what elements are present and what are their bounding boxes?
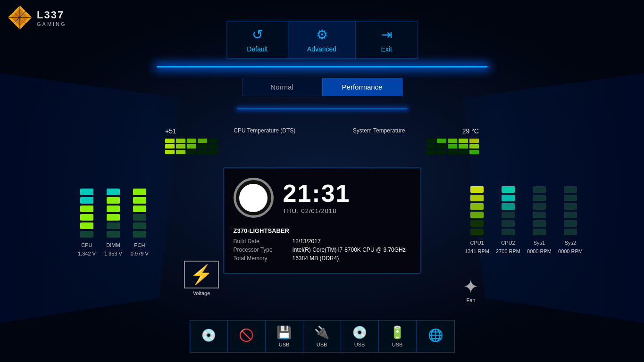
usb1-icon: 💾 [276,325,292,340]
bottom-hdd-button[interactable]: 💿 [190,321,228,352]
usb4-icon: 🔋 [390,325,405,340]
memory-val: 16384 MB (DDR4) [293,255,339,262]
bottom-usb1-button[interactable]: 💾 USB [266,321,303,352]
voltage-section-label: Voltage [184,290,219,296]
cpu1-fan-rpm: 1341 RPM [465,248,489,254]
clock-section: 21:31 THU. 02/01/2018 [234,178,411,218]
processor-key: Processor Type [234,247,288,253]
bottom-network-button[interactable]: 🌐 [417,321,454,352]
cpu-temp-value: +51 [165,127,176,135]
exit-icon: ⇥ [381,27,392,42]
cpu-bar-label: CPU [81,242,92,248]
voltage-bolt-icon: ⚡ [184,261,219,288]
bottom-usb2-button[interactable]: 🔌 USB [303,321,341,352]
usb3-label: USB [354,342,365,347]
fan-section: ✦ Fan [463,276,479,303]
top-navigation: ↺ Default ⚙ Advanced ⇥ Exit [226,21,418,59]
bottom-usb3-button[interactable]: 💿 USB [341,321,379,352]
hdd-icon: 💿 [201,328,216,343]
memory-key: Total Memory [234,255,288,262]
cpu1-fan-label: CPU1 [470,240,484,246]
sys1-fan-bar: Sys1 0000 RPM [527,186,552,254]
usb2-label: USB [317,342,327,347]
dimm-bar-label: DIMM [106,242,120,248]
network-icon: 🌐 [428,328,443,343]
sys1-fan-label: Sys1 [534,240,545,246]
exit-label: Exit [381,45,392,53]
pch-bar-label: PCH [134,242,145,248]
processor-val: Intel(R) Core(TM) i7-8700K CPU @ 3.70GHz [293,247,406,253]
build-date-row: Build Date 12/13/2017 [234,238,411,245]
cpu2-fan-rpm: 2700 RPM [496,248,520,254]
mid-glow-line [237,108,407,109]
sys2-fan-label: Sys2 [565,240,576,246]
bottom-no-usb-button[interactable]: 🚫 [228,321,266,352]
dimm-bar-value: 1.353 V [104,251,122,256]
cpu1-fan-bar: CPU1 1341 RPM [465,186,489,254]
bottom-toolbar: 💿 🚫 💾 USB 🔌 USB 💿 USB 🔋 USB 🌐 [190,320,455,353]
default-icon: ↺ [252,27,263,42]
advanced-label: Advanced [307,45,336,53]
cpu2-fan-label: CPU2 [501,240,515,246]
center-info-panel: 21:31 THU. 02/01/2018 Z370-LIGHTSABER Bu… [223,167,421,274]
sys-temp-bars [324,139,479,154]
fan-rpm-section: CPU1 1341 RPM CPU2 2700 RPM Sys1 0000 RP… [465,186,583,254]
clock-circle-icon [234,178,274,218]
build-date-key: Build Date [234,238,288,245]
advanced-icon: ⚙ [316,27,328,42]
temperature-section: +51 CPU Temperature (DTS) System Tempera… [165,127,479,154]
cpu-temp-label: CPU Temperature (DTS) [234,127,295,135]
no-usb-icon: 🚫 [239,328,254,343]
clock-time: 21:31 [283,181,351,206]
pch-bar-value: 0.979 V [131,251,149,256]
build-date-val: 12/13/2017 [293,238,321,245]
clock-display: 21:31 THU. 02/01/2018 [283,181,351,214]
sys2-fan-rpm: 0000 RPM [558,248,583,254]
logo: L337 GAMING [7,5,67,31]
nav-default-button[interactable]: ↺ Default [227,21,288,58]
tab-performance[interactable]: Performance [322,78,402,96]
usb1-label: USB [279,342,290,347]
clock-date: THU. 02/01/2018 [283,207,351,214]
usb3-icon: 💿 [352,325,367,340]
pch-voltage-bar: PCH 0.979 V [131,189,149,256]
cpu-temp-bars [165,139,320,154]
sys-temp-value: 29 °C [462,127,479,135]
system-info: Z370-LIGHTSABER Build Date 12/13/2017 Pr… [234,227,411,262]
sys-temp-label: System Temperature [353,127,405,135]
fan-section-label: Fan [463,297,479,303]
cpu2-fan-bar: CPU2 2700 RPM [496,186,520,254]
default-label: Default [247,45,268,53]
voltage-symbol-area: ⚡ Voltage [184,261,219,296]
tab-normal[interactable]: Normal [242,78,322,96]
fan-icon: ✦ [463,276,479,297]
cpu-bar-value: 1.342 V [78,251,96,256]
bottom-usb4-button[interactable]: 🔋 USB [379,321,417,352]
usb4-label: USB [392,342,403,347]
top-glow-line [157,66,487,67]
mode-tabs: Normal Performance [242,78,402,96]
memory-row: Total Memory 16384 MB (DDR4) [234,255,411,262]
sys2-fan-bar: Sys2 0000 RPM [558,186,583,254]
logo-sub: GAMING [37,21,67,27]
sys1-fan-rpm: 0000 RPM [527,248,552,254]
logo-icon [7,5,33,31]
dimm-voltage-bar: DIMM 1.353 V [104,189,122,256]
clock-inner-circle [239,184,268,212]
nav-advanced-button[interactable]: ⚙ Advanced [288,21,356,58]
usb2-icon: 🔌 [314,325,329,340]
cpu-voltage-bar: CPU 1.342 V [78,189,96,256]
processor-row: Processor Type Intel(R) Core(TM) i7-8700… [234,247,411,253]
system-model: Z370-LIGHTSABER [234,227,411,234]
voltage-bars-section: CPU 1.342 V DIMM 1.353 V PCH 0.979 V [78,189,149,256]
logo-brand: L337 [37,9,67,21]
nav-exit-button[interactable]: ⇥ Exit [356,21,417,58]
